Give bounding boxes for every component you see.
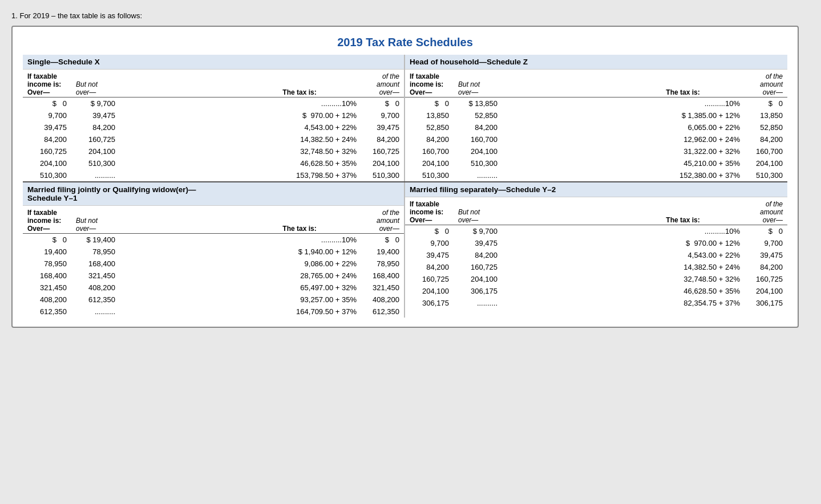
table-row: 408,200612,35093,257.00 + 35%408,200 — [23, 294, 404, 306]
schedule-z-col-headers: If taxableincome is:Over— But notover— T… — [405, 70, 787, 97]
top-schedules: Single—Schedule X If taxableincome is:Ov… — [23, 55, 787, 181]
table-row: 84,200160,72514,382.50 + 24%84,200 — [405, 261, 787, 273]
schedule-x-section: Single—Schedule X If taxableincome is:Ov… — [23, 55, 405, 181]
schedule-y2-table: $ 0$ 9,700..........10%$ 0 9,70039,475$ … — [405, 225, 787, 309]
table-row: 306,175..........82,354.75 + 37%306,175 — [405, 297, 787, 309]
schedule-x-title: Single—Schedule X — [23, 55, 404, 70]
table-row: $ 0$ 9,700..........10%$ 0 — [23, 97, 404, 109]
schedule-x-col-headers: If taxableincome is:Over— But notover— T… — [23, 70, 404, 97]
schedule-y1-section: Married filing jointly or Qualifying wid… — [23, 182, 405, 318]
table-row: 13,85052,850$ 1,385.00 + 12%13,850 — [405, 109, 787, 121]
table-row: 510,300..........153,798.50 + 37%510,300 — [23, 169, 404, 181]
table-row: 321,450408,20065,497.00 + 32%321,450 — [23, 282, 404, 294]
table-row: 204,100510,30046,628.50 + 35%204,100 — [23, 157, 404, 169]
table-row: 78,950168,4009,086.00 + 22%78,950 — [23, 258, 404, 270]
table-row: $ 0$ 19,400..........10%$ 0 — [23, 234, 404, 246]
table-row: $ 0$ 13,850..........10%$ 0 — [405, 97, 787, 109]
table-row: 612,350..........164,709.50 + 37%612,350 — [23, 306, 404, 318]
table-row: 160,700204,10031,322.00 + 32%160,700 — [405, 145, 787, 157]
table-row: 168,400321,45028,765.00 + 24%168,400 — [23, 270, 404, 282]
schedule-y2-section: Married filing separately—Schedule Y–2 I… — [405, 182, 787, 318]
table-row: 39,47584,2004,543.00 + 22%39,475 — [405, 249, 787, 261]
table-row: 160,725204,10032,748.50 + 32%160,725 — [405, 273, 787, 285]
table-row: 204,100306,17546,628.50 + 35%204,100 — [405, 285, 787, 297]
table-row: 84,200160,72514,382.50 + 24%84,200 — [23, 133, 404, 145]
table-row: 52,85084,2006,065.00 + 22%52,850 — [405, 121, 787, 133]
outer-box: 2019 Tax Rate Schedules Single—Schedule … — [11, 26, 799, 328]
schedule-x-table: $ 0$ 9,700..........10%$ 0 9,70039,475$ … — [23, 97, 404, 181]
schedule-y1-col-headers: If taxableincome is:Over— But notover— T… — [23, 206, 404, 234]
table-row: 39,47584,2004,543.00 + 22%39,475 — [23, 121, 404, 133]
table-row: 19,40078,950$ 1,940.00 + 12%19,400 — [23, 246, 404, 258]
bottom-schedules: Married filing jointly or Qualifying wid… — [23, 181, 787, 318]
table-row: 510,300..........152,380.00 + 37%510,300 — [405, 169, 787, 181]
schedule-y2-title: Married filing separately—Schedule Y–2 — [405, 182, 787, 197]
schedule-z-title: Head of household—Schedule Z — [405, 55, 787, 70]
table-row: 160,725204,10032,748.50 + 32%160,725 — [23, 145, 404, 157]
table-row: $ 0$ 9,700..........10%$ 0 — [405, 225, 787, 237]
table-row: 9,70039,475$ 970.00 + 12%9,700 — [405, 237, 787, 249]
schedule-y1-title: Married filing jointly or Qualifying wid… — [23, 182, 404, 206]
schedule-z-table: $ 0$ 13,850..........10%$ 0 13,85052,850… — [405, 97, 787, 181]
page-note: 1. For 2019 – the tax table is as follow… — [11, 11, 810, 20]
table-row: 204,100510,30045,210.00 + 35%204,100 — [405, 157, 787, 169]
main-title: 2019 Tax Rate Schedules — [23, 36, 787, 49]
schedule-z-section: Head of household—Schedule Z If taxablei… — [405, 55, 787, 181]
table-row: 9,70039,475$ 970.00 + 12%9,700 — [23, 109, 404, 121]
schedule-y1-table: $ 0$ 19,400..........10%$ 0 19,40078,950… — [23, 234, 404, 318]
schedule-y2-col-headers: If taxableincome is:Over— But notover— T… — [405, 197, 787, 225]
table-row: 84,200160,70012,962.00 + 24%84,200 — [405, 133, 787, 145]
